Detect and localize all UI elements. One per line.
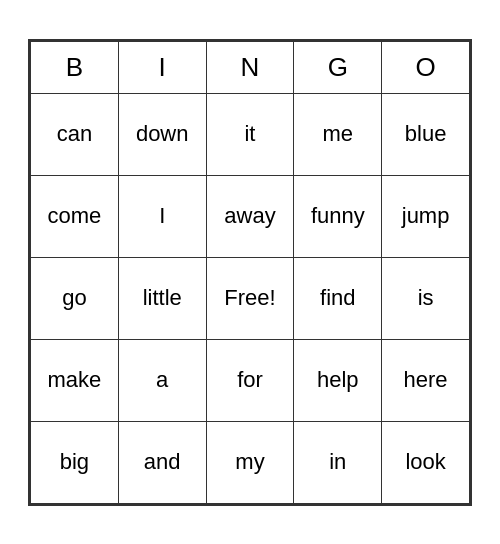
table-cell: big bbox=[31, 421, 119, 503]
table-cell: make bbox=[31, 339, 119, 421]
table-cell: in bbox=[294, 421, 382, 503]
table-cell: can bbox=[31, 93, 119, 175]
table-cell: my bbox=[206, 421, 294, 503]
table-cell: look bbox=[382, 421, 470, 503]
bingo-body: candownitmebluecomeIawayfunnyjumpgolittl… bbox=[31, 93, 470, 503]
table-cell: come bbox=[31, 175, 119, 257]
table-row: comeIawayfunnyjump bbox=[31, 175, 470, 257]
table-row: makeaforhelphere bbox=[31, 339, 470, 421]
table-cell: it bbox=[206, 93, 294, 175]
table-cell: find bbox=[294, 257, 382, 339]
table-row: golittleFree!findis bbox=[31, 257, 470, 339]
header-n: N bbox=[206, 41, 294, 93]
table-cell: is bbox=[382, 257, 470, 339]
header-o: O bbox=[382, 41, 470, 93]
header-g: G bbox=[294, 41, 382, 93]
table-cell: a bbox=[118, 339, 206, 421]
table-row: bigandmyinlook bbox=[31, 421, 470, 503]
table-cell: for bbox=[206, 339, 294, 421]
table-cell: go bbox=[31, 257, 119, 339]
table-cell: Free! bbox=[206, 257, 294, 339]
table-cell: jump bbox=[382, 175, 470, 257]
table-cell: me bbox=[294, 93, 382, 175]
table-cell: I bbox=[118, 175, 206, 257]
table-cell: and bbox=[118, 421, 206, 503]
table-cell: funny bbox=[294, 175, 382, 257]
header-b: B bbox=[31, 41, 119, 93]
table-cell: down bbox=[118, 93, 206, 175]
table-cell: little bbox=[118, 257, 206, 339]
header-i: I bbox=[118, 41, 206, 93]
table-cell: help bbox=[294, 339, 382, 421]
bingo-table: B I N G O candownitmebluecomeIawayfunnyj… bbox=[30, 41, 470, 504]
bingo-card: B I N G O candownitmebluecomeIawayfunnyj… bbox=[28, 39, 472, 506]
header-row: B I N G O bbox=[31, 41, 470, 93]
table-cell: here bbox=[382, 339, 470, 421]
table-row: candownitmeblue bbox=[31, 93, 470, 175]
table-cell: away bbox=[206, 175, 294, 257]
table-cell: blue bbox=[382, 93, 470, 175]
